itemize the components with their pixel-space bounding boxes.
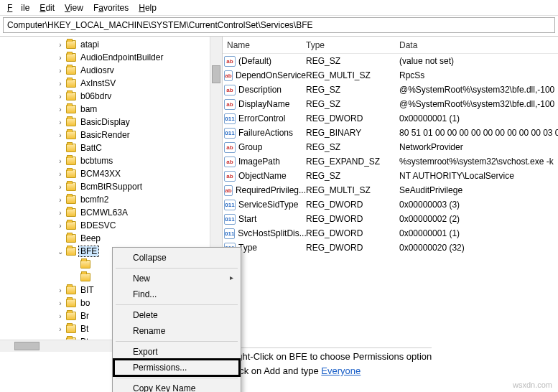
folder-icon — [66, 66, 76, 75]
value-type: REG_SZ — [306, 56, 399, 66]
chevron-right-icon[interactable]: › — [56, 80, 65, 88]
tree-item[interactable]: ›BasicRender — [0, 129, 222, 141]
value-data: 0x00000020 (32) — [399, 243, 558, 253]
value-row[interactable]: abDescriptionREG_SZ@%SystemRoot%\system3… — [223, 83, 558, 97]
chevron-right-icon[interactable]: › — [56, 157, 65, 165]
separator — [116, 378, 238, 378]
ctx-new[interactable]: New — [114, 271, 239, 286]
context-menu: Collapse New Find... Delete Rename Expor… — [112, 247, 241, 392]
tree-item[interactable]: ›BDESVC — [0, 219, 222, 232]
chevron-right-icon[interactable]: › — [56, 286, 65, 294]
value-name: Description — [238, 85, 282, 95]
menu-help[interactable]: Help — [134, 1, 161, 14]
tree-item-label: Bt — [79, 324, 90, 334]
chevron-right-icon[interactable]: › — [56, 209, 65, 217]
tree-item-label: BCMWL63A — [79, 207, 129, 218]
folder-icon — [66, 79, 76, 88]
value-list[interactable]: ab(Default)REG_SZ(value not set)abDepend… — [223, 54, 558, 255]
folder-icon — [66, 182, 76, 191]
value-type: REG_EXPAND_SZ — [306, 157, 399, 167]
ctx-collapse[interactable]: Collapse — [114, 250, 239, 266]
chevron-right-icon[interactable]: › — [56, 106, 65, 113]
ctx-permissions[interactable]: Permissions... — [114, 360, 239, 375]
tree-item[interactable]: ›BCMWL63A — [0, 206, 222, 219]
value-type: REG_SZ — [306, 142, 399, 152]
tree-item[interactable]: ›atapi — [0, 38, 222, 51]
value-data: 0x00000001 (1) — [399, 228, 558, 238]
tree-item-label: bcbtums — [79, 156, 114, 166]
value-row[interactable]: abDependOnServiceREG_MULTI_SZRpcSs — [223, 68, 558, 83]
tree-item[interactable]: ›BasicDisplay — [0, 116, 222, 129]
chevron-right-icon[interactable]: › — [56, 170, 65, 178]
value-row[interactable]: 011TypeREG_DWORD0x00000020 (32) — [223, 241, 558, 255]
scrollbar-thumb[interactable] — [212, 65, 220, 83]
value-row[interactable]: 011FailureActionsREG_BINARY80 51 01 00 0… — [223, 126, 558, 140]
menu-favorites[interactable]: Favorites — [89, 1, 133, 14]
folder-icon — [66, 157, 76, 165]
folder-icon — [66, 299, 76, 307]
value-row[interactable]: abImagePathREG_EXPAND_SZ%systemroot%\sys… — [223, 154, 558, 169]
value-row[interactable]: 011ErrorControlREG_DWORD0x00000001 (1) — [223, 111, 558, 126]
column-header-data[interactable]: Data — [399, 40, 558, 50]
instruction-line-1: Right-Click on BFE to choose Permissions… — [228, 347, 432, 364]
chevron-down-icon[interactable]: ⌄ — [56, 248, 65, 256]
tree-item[interactable]: ›bcmfn2 — [0, 193, 222, 206]
tree-item[interactable]: ›BCM43XX — [0, 167, 222, 180]
string-value-icon: ab — [224, 56, 236, 67]
tree-item-label: b06bdrv — [79, 91, 113, 101]
tree-item[interactable]: ›Audiosrv — [0, 64, 222, 77]
chevron-right-icon[interactable]: › — [56, 41, 65, 49]
scrollbar-thumb[interactable] — [14, 342, 39, 350]
ctx-rename[interactable]: Rename — [114, 323, 239, 339]
folder-icon — [66, 131, 76, 139]
value-data: %systemroot%\system32\svchost.exe -k — [399, 157, 558, 167]
value-name: Group — [238, 142, 262, 152]
chevron-right-icon[interactable]: › — [56, 118, 65, 126]
ctx-copy-key-name[interactable]: Copy Key Name — [114, 381, 239, 392]
split-view: ›atapi›AudioEndpointBuilder›Audiosrv›AxI… — [0, 36, 558, 352]
tree-item[interactable]: ›bcbtums — [0, 154, 222, 167]
menu-file[interactable]: File — [3, 1, 34, 14]
chevron-right-icon[interactable]: › — [56, 93, 65, 101]
tree-item[interactable]: ›bam — [0, 103, 222, 116]
value-row[interactable]: 011SvcHostSplitDis...REG_DWORD0x00000001… — [223, 226, 558, 241]
tree-item[interactable]: BattC — [0, 141, 222, 154]
chevron-right-icon[interactable]: › — [56, 196, 65, 204]
menu-edit[interactable]: Edit — [35, 1, 59, 14]
chevron-right-icon[interactable]: › — [56, 325, 65, 333]
ctx-find[interactable]: Find... — [114, 286, 239, 302]
value-row[interactable]: abGroupREG_SZNetworkProvider — [223, 140, 558, 154]
value-data: @%SystemRoot%\system32\bfe.dll,-100 — [399, 99, 558, 109]
value-type: REG_DWORD — [306, 243, 399, 253]
tree-item[interactable]: ›BcmBtRSupport — [0, 180, 222, 193]
value-row[interactable]: abDisplayNameREG_SZ@%SystemRoot%\system3… — [223, 97, 558, 111]
everyone-link[interactable]: Everyone — [321, 365, 361, 376]
separator — [116, 341, 238, 342]
chevron-right-icon[interactable]: › — [56, 54, 65, 62]
chevron-right-icon[interactable]: › — [56, 222, 65, 230]
tree-item-label: AudioEndpointBuilder — [79, 52, 164, 62]
ctx-delete[interactable]: Delete — [114, 307, 239, 323]
menu-view[interactable]: View — [60, 1, 88, 14]
tree-item[interactable]: ›AxInstSV — [0, 77, 222, 90]
value-row[interactable]: 011StartREG_DWORD0x00000002 (2) — [223, 212, 558, 226]
watermark: wsxdn.com — [513, 381, 552, 389]
column-header-name[interactable]: Name — [223, 40, 306, 50]
column-header-type[interactable]: Type — [306, 40, 399, 50]
value-data: RpcSs — [399, 70, 558, 80]
value-row[interactable]: 011ServiceSidTypeREG_DWORD0x00000003 (3) — [223, 197, 558, 212]
value-row[interactable]: ab(Default)REG_SZ(value not set) — [223, 54, 558, 68]
value-row[interactable]: abRequiredPrivileg...REG_MULTI_SZSeAudit… — [223, 183, 558, 197]
value-row[interactable]: abObjectNameREG_SZNT AUTHORITY\LocalServ… — [223, 169, 558, 183]
chevron-right-icon[interactable]: › — [56, 131, 65, 139]
tree-item-label: BDESVC — [79, 220, 117, 230]
ctx-export[interactable]: Export — [114, 344, 239, 360]
tree-item[interactable]: Beep — [0, 232, 222, 245]
chevron-right-icon[interactable]: › — [56, 299, 65, 307]
tree-item[interactable]: ›b06bdrv — [0, 90, 222, 103]
chevron-right-icon[interactable]: › — [56, 183, 65, 191]
address-bar[interactable]: Computer\HKEY_LOCAL_MACHINE\SYSTEM\Curre… — [3, 17, 555, 33]
chevron-right-icon[interactable]: › — [56, 67, 65, 75]
chevron-right-icon[interactable]: › — [56, 312, 65, 320]
tree-item[interactable]: ›AudioEndpointBuilder — [0, 51, 222, 64]
